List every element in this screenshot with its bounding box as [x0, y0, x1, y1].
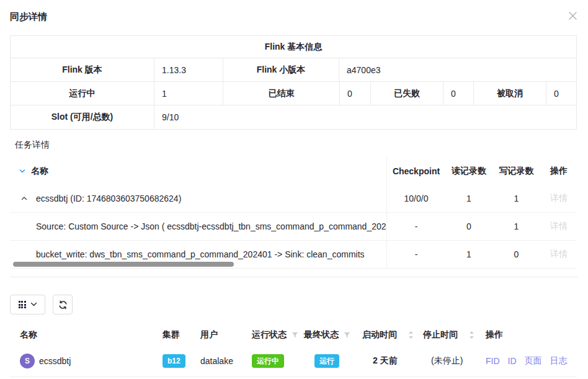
col-name: 名称 — [20, 329, 37, 341]
id-link[interactable]: ID — [508, 356, 517, 366]
running-value: 1 — [154, 82, 223, 105]
page-link[interactable]: 页面 — [525, 355, 542, 367]
task-name: ecssdbtj (ID: 1746803603750682624) — [36, 194, 181, 203]
flink-info-row-version: Flink 版本 1.13.3 Flink 小版本 a4700e3 — [11, 58, 576, 82]
stop-time: (未停止) — [431, 355, 463, 367]
task-checkpoint: - — [387, 213, 445, 240]
col-final-status: 最终状态 — [304, 329, 339, 341]
flink-info-row-slot: Slot (可用/总数) 9/10 — [11, 105, 576, 129]
col-start-time: 启动时间 — [362, 329, 397, 341]
drawer-header: 同步详情 — [0, 0, 588, 23]
failed-label: 已失败 — [371, 82, 443, 105]
flink-version-value: 1.13.3 — [154, 58, 223, 81]
avatar: S — [20, 354, 35, 368]
task-read-count: 1 — [445, 185, 492, 212]
col-stop-time: 停止时间 — [423, 329, 458, 341]
task-write-count: 1 — [492, 185, 540, 212]
task-read-count: 1 — [445, 241, 492, 268]
finished-value: 0 — [340, 82, 371, 105]
close-icon — [568, 11, 577, 20]
col-read-records: 读记录数 — [445, 158, 492, 185]
run-status-badge: 运行中 — [252, 354, 284, 368]
flink-info-row-status: 运行中 1 已结束 0 已失败 0 被取消 0 — [11, 82, 576, 105]
start-time: 2 天前 — [373, 355, 398, 367]
column-settings-button[interactable] — [10, 295, 45, 314]
col-checkpoint: Checkpoint — [387, 158, 445, 185]
cluster-badge: b12 — [163, 354, 185, 368]
task-name: bucket_write: dws_tbn_sms_command_p_comm… — [36, 249, 365, 259]
col-cluster: 集群 — [163, 329, 180, 341]
task-detail-link[interactable]: 详情 — [550, 193, 568, 204]
task-detail-link[interactable]: 详情 — [550, 249, 568, 260]
collapse-row-chevron-up-icon[interactable] — [20, 195, 28, 202]
canceled-value: 0 — [546, 82, 576, 105]
jobs-table-header: 名称 集群 用户 运行状态 最终状态 启动时间 停止时间 — [10, 325, 577, 345]
section-divider — [10, 277, 578, 277]
slot-value: 9/10 — [154, 105, 576, 129]
filter-icon[interactable] — [344, 332, 350, 338]
expand-all-chevron-down-icon[interactable] — [19, 167, 26, 175]
sorter-icon[interactable] — [469, 331, 474, 339]
toolbar — [10, 295, 578, 314]
task-name: Source: Custom Source -> Json ( ecssdbtj… — [36, 221, 386, 231]
task-row-parent: ecssdbtj (ID: 1746803603750682624) 10/0/… — [10, 185, 577, 213]
filter-icon[interactable] — [292, 332, 298, 338]
col-action: 操作 — [486, 329, 503, 341]
flink-version-label: Flink 版本 — [11, 58, 154, 81]
flink-info-title: Flink 基本信息 — [11, 36, 576, 58]
col-action: 操作 — [540, 158, 577, 185]
failed-value: 0 — [443, 82, 474, 105]
sorter-icon[interactable] — [408, 331, 414, 339]
slot-label: Slot (可用/总数) — [11, 105, 154, 129]
task-section-title: 任务详情 — [15, 140, 573, 152]
chevron-down-icon — [30, 302, 37, 307]
refresh-icon — [58, 300, 68, 310]
task-read-count: 0 — [445, 213, 492, 240]
flink-minor-label: Flink 小版本 — [223, 58, 339, 81]
col-user: 用户 — [200, 329, 218, 341]
task-write-count: 1 — [492, 213, 540, 240]
col-run-status: 运行状态 — [252, 329, 287, 341]
job-row: S ecssdbtj b12 datalake 运行中 运行 2 天前 (未停止… — [10, 345, 577, 377]
finished-label: 已结束 — [223, 82, 340, 105]
horizontal-scrollbar[interactable] — [13, 262, 234, 267]
running-label: 运行中 — [11, 82, 154, 105]
flink-minor-value: a4700e3 — [339, 58, 576, 81]
jobs-table: 名称 集群 用户 运行状态 最终状态 启动时间 停止时间 — [10, 325, 577, 377]
grid-icon — [19, 301, 26, 308]
task-table-header: 名称 Checkpoint 读记录数 写记录数 操作 — [10, 158, 577, 185]
refresh-button[interactable] — [53, 295, 73, 314]
canceled-label: 被取消 — [474, 82, 546, 105]
task-checkpoint: - — [387, 241, 445, 268]
task-table: 名称 Checkpoint 读记录数 写记录数 操作 ecssdbtj (ID:… — [10, 158, 577, 269]
log-link[interactable]: 日志 — [550, 355, 568, 367]
task-row-child: Source: Custom Source -> Json ( ecssdbtj… — [10, 213, 577, 241]
job-name: ecssdbtj — [39, 356, 71, 366]
col-write-records: 写记录数 — [492, 158, 540, 185]
task-detail-link[interactable]: 详情 — [550, 221, 568, 232]
page-title: 同步详情 — [10, 11, 578, 23]
col-name: 名称 — [31, 166, 48, 177]
fid-link[interactable]: FID — [486, 356, 500, 366]
job-user: datalake — [200, 356, 233, 366]
close-button[interactable] — [567, 10, 578, 21]
task-write-count: 0 — [492, 241, 540, 268]
final-status-badge: 运行 — [314, 354, 339, 368]
flink-info-table: Flink 基本信息 Flink 版本 1.13.3 Flink 小版本 a47… — [10, 35, 577, 130]
task-checkpoint: 10/0/0 — [387, 185, 445, 212]
